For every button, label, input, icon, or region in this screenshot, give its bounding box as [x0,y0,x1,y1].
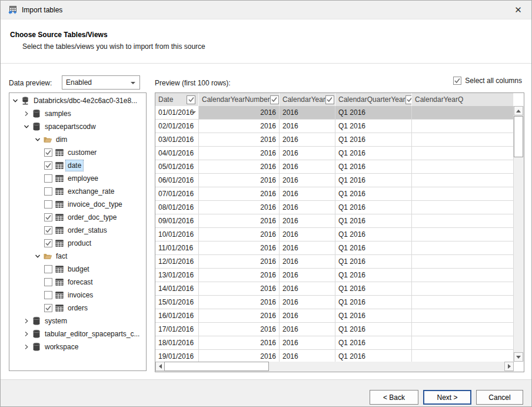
grid-cell[interactable]: Q1 2016 [335,350,412,362]
chevron-down-icon[interactable] [33,252,42,261]
grid-cell[interactable]: Q1 2016 [335,296,412,309]
back-button[interactable]: < Back [370,390,418,405]
chevron-right-icon[interactable] [22,342,31,352]
column-header-date[interactable]: Date [155,93,199,106]
grid-cell[interactable]: 2016 [199,350,280,362]
grid-cell[interactable]: 19/01/2016 [155,350,199,362]
grid-cell[interactable]: Q1 2016 [335,323,412,336]
chevron-down-icon[interactable] [22,122,31,131]
grid-cell[interactable] [412,214,514,228]
grid-cell[interactable]: 2016 [199,336,280,350]
tree-item-invoice-doc-type[interactable]: invoice_doc_type [9,198,146,211]
checkbox-icon[interactable] [44,265,52,273]
grid-cell[interactable] [412,201,514,214]
grid-cell[interactable]: 2016 [280,214,335,228]
grid-cell[interactable]: 2016 [199,160,280,174]
column-header-calendaryearnumber[interactable]: CalendarYearNumber [199,93,280,106]
grid-cell[interactable]: 2016 [199,241,280,255]
grid-cell[interactable]: 2016 [199,228,280,241]
grid-cell[interactable]: 2016 [280,228,335,241]
checkbox-icon[interactable] [44,174,52,183]
grid-cell[interactable]: 2016 [280,323,335,336]
grid-cell[interactable] [412,296,514,309]
chevron-right-icon[interactable] [22,316,31,326]
grid-cell[interactable]: Q1 2016 [335,133,412,147]
checkbox-icon[interactable] [44,200,52,209]
grid-cell[interactable]: 2016 [280,147,335,160]
grid-cell[interactable]: Q1 2016 [335,228,412,241]
tree-item-orders[interactable]: orders [9,302,146,315]
grid-cell[interactable]: 2016 [199,255,280,269]
grid-cell[interactable]: 2016 [280,241,335,255]
grid-cell[interactable]: Q1 2016 [335,214,412,228]
close-icon[interactable]: ✕ [505,1,531,19]
grid-cell[interactable]: 02/01/2016 [155,120,199,133]
grid-cell[interactable]: 2016 [199,187,280,201]
grid-cell[interactable]: 06/01/2016 [155,174,199,187]
tree-item-workspace[interactable]: workspace [9,340,146,353]
grid-cell[interactable] [412,255,514,269]
tree-item-databricks-dbc-4e2c6ac0-31e8-[interactable]: Databricks/dbc-4e2c6ac0-31e8... [9,94,146,107]
grid-cell[interactable]: 2016 [199,323,280,336]
vertical-scrollbar[interactable] [514,106,524,362]
grid-cell[interactable]: 2016 [199,147,280,160]
tree-item-date[interactable]: date [9,159,146,172]
scroll-right-icon[interactable] [504,362,514,371]
grid-cell[interactable]: 10/01/2016 [155,228,199,241]
checkbox-icon[interactable] [44,291,52,299]
grid-cell[interactable] [412,106,514,120]
checkbox-icon[interactable] [44,278,52,286]
checkbox-icon[interactable] [44,213,52,221]
checkbox-icon[interactable] [325,95,334,104]
grid-cell[interactable] [412,174,514,187]
grid-cell[interactable]: 2016 [280,201,335,214]
tree-item-budget[interactable]: budget [9,263,146,276]
grid-cell[interactable]: 2016 [199,214,280,228]
scroll-up-icon[interactable] [514,106,523,115]
chevron-right-icon[interactable] [22,109,31,118]
grid-cell[interactable]: 2016 [199,282,280,296]
tree-item-customer[interactable]: customer [9,146,146,159]
grid-cell[interactable]: 2016 [199,296,280,309]
grid-cell[interactable]: 03/01/2016 [155,133,199,147]
grid-cell[interactable]: Q1 2016 [335,241,412,255]
checkbox-icon[interactable] [44,239,52,247]
grid-cell[interactable]: 2016 [199,269,280,282]
grid-cell[interactable]: 2016 [280,174,335,187]
grid-cell[interactable]: 2016 [280,282,335,296]
grid-cell[interactable]: 2016 [280,269,335,282]
tree-item-employee[interactable]: employee [9,172,146,185]
grid-cell[interactable] [412,228,514,241]
horizontal-scroll-thumb[interactable] [164,362,269,371]
grid-cell[interactable]: 2016 [199,120,280,133]
checkbox-icon[interactable] [270,95,279,104]
next-button[interactable]: Next > [423,390,471,405]
grid-cell[interactable]: Q1 2016 [335,174,412,187]
tree-item-samples[interactable]: samples [9,107,146,120]
grid-cell[interactable]: Q1 2016 [335,309,412,323]
grid-cell[interactable]: 2016 [280,296,335,309]
chevron-down-icon[interactable] [11,96,20,105]
tree-item-order-status[interactable]: order_status [9,224,146,237]
tree-item-fact[interactable]: fact [9,250,146,263]
grid-cell[interactable]: 17/01/2016 [155,323,199,336]
grid-cell[interactable]: 18/01/2016 [155,336,199,350]
grid-cell[interactable]: 2016 [280,133,335,147]
grid-cell[interactable]: 2016 [280,309,335,323]
cell-dropdown-icon[interactable] [191,111,196,114]
tree-item-tabular-editor-spaceparts-c-[interactable]: tabular_editor_spaceparts_c... [9,327,146,340]
grid-cell[interactable]: 12/01/2016 [155,255,199,269]
checkbox-icon[interactable] [44,161,52,170]
grid-cell[interactable]: Q1 2016 [335,255,412,269]
grid-cell[interactable]: 2016 [280,160,335,174]
grid-cell[interactable] [412,120,514,133]
grid-cell[interactable] [412,187,514,201]
grid-cell[interactable] [412,133,514,147]
grid-cell[interactable]: Q1 2016 [335,336,412,350]
grid-cell[interactable]: 05/01/2016 [155,160,199,174]
tree-item-dim[interactable]: dim [9,133,146,146]
checkbox-icon[interactable] [187,95,195,104]
grid-cell[interactable] [412,350,514,362]
tree-item-exchange-rate[interactable]: exchange_rate [9,185,146,198]
tree-item-order-doc-type[interactable]: order_doc_type [9,211,146,224]
